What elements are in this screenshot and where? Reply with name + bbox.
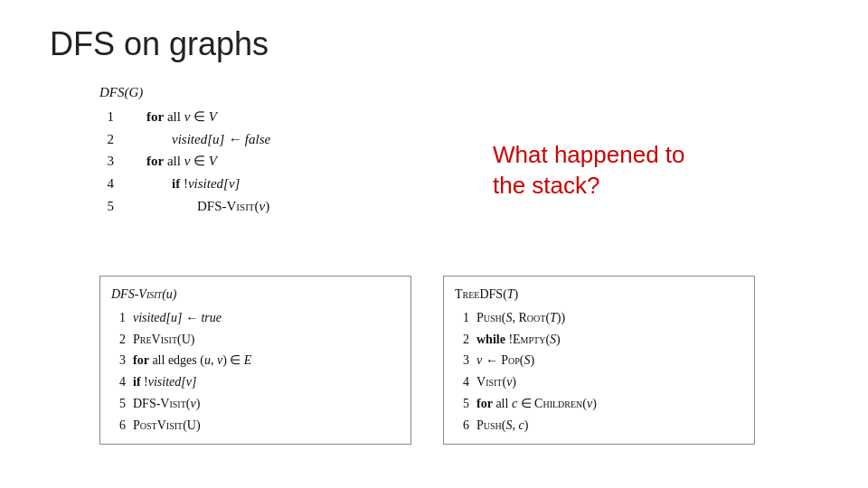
- dfs-visit-pseudocode: DFS-Visit(u) 1 visited[u] ← true 2 PreVi…: [99, 276, 411, 445]
- tdfs-line-1: 1 Push(S, Root(T)): [455, 307, 743, 329]
- tdfs-line-6: 6 Push(S, c): [455, 415, 743, 436]
- dv-line-2: 2 PreVisit(U): [111, 329, 400, 351]
- page-title: DFS on graphs: [50, 25, 269, 63]
- question-line1: What happened to: [493, 140, 685, 171]
- tdfs-line-3: 3 v ← Pop(S): [455, 350, 743, 371]
- question-line2: the stack?: [493, 171, 685, 202]
- tdfs-line-4: 4 Visit(v): [455, 371, 743, 393]
- dfs-visit-header: DFS-Visit(u): [111, 284, 400, 305]
- dv-line-1: 1 visited[u] ← true: [111, 307, 400, 329]
- dfs-line-1: 1 for all v ∈ V: [99, 106, 270, 128]
- dv-line-5: 5 DFS-Visit(v): [111, 393, 400, 415]
- question-annotation: What happened to the stack?: [493, 140, 685, 202]
- dv-line-6: 6 PostVisit(U): [111, 415, 400, 436]
- tdfs-line-5: 5 for all c ∈ Children(v): [455, 393, 743, 415]
- dfs-main-header: DFS(G): [99, 81, 270, 104]
- dfs-line-5: 5 DFS-Visit(v): [99, 195, 270, 218]
- dfs-line-2: 2 visited[u] ← false: [99, 128, 270, 151]
- dfs-main-func: DFS(G): [99, 85, 143, 99]
- dfs-line-4: 4 if !visited[v]: [99, 173, 270, 195]
- dv-line-4: 4 if !visited[v]: [111, 371, 400, 393]
- dv-line-3: 3 for all edges (u, v) ∈ E: [111, 350, 400, 371]
- treedfs-pseudocode: TreeDFS(T) 1 Push(S, Root(T)) 2 while !E…: [443, 276, 755, 445]
- dfs-main-pseudocode: DFS(G) 1 for all v ∈ V 2 visited[u] ← fa…: [99, 81, 270, 218]
- dfs-line-3: 3 for all v ∈ V: [99, 150, 270, 173]
- tdfs-line-2: 2 while !Empty(S): [455, 329, 743, 351]
- treedfs-header: TreeDFS(T): [455, 284, 743, 305]
